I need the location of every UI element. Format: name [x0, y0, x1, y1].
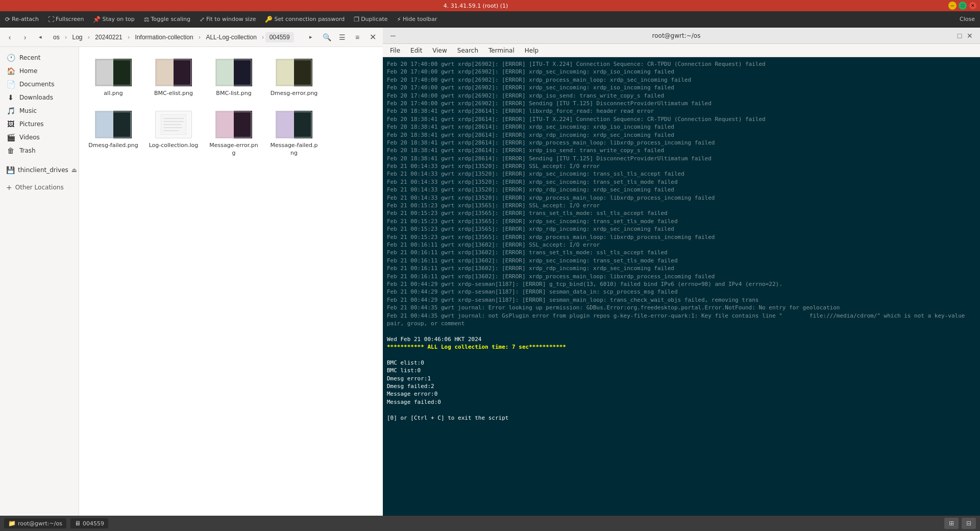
title-bar-left: 4. 31.41.59.1 (root) (1)	[3, 3, 948, 9]
terminal-window-title: root@gwrt:~/os	[398, 32, 954, 39]
setpassword-button[interactable]: 🔑 Set connection password	[263, 15, 347, 24]
maximize-button[interactable]: □	[959, 2, 967, 10]
breadcrumb-current[interactable]: 004559	[265, 32, 294, 42]
terminal-menu-view[interactable]: View	[428, 46, 451, 55]
filemanager-status-label: root@gwrt:~/os	[18, 520, 62, 527]
breadcrumb-sep-3: ›	[128, 34, 130, 41]
file-item-dmesg-error-png[interactable]: Dmesg-error.png	[266, 53, 322, 101]
breadcrumb-date[interactable]: 20240221	[91, 32, 126, 42]
sidebar-label-videos: Videos	[19, 134, 40, 141]
stayontop-button[interactable]: 📌 Stay on top	[91, 15, 136, 24]
stayontop-icon: 📌	[93, 16, 101, 23]
hidetoolbar-icon: ⚡	[397, 16, 401, 23]
svg-rect-4	[174, 59, 192, 86]
fm-close-button[interactable]: ✕	[365, 30, 380, 44]
pictures-icon: 🖼	[6, 120, 15, 128]
minimize-button[interactable]: ─	[948, 2, 957, 10]
remote-toolbar: ⟳ Re-attach ⛶ Fullscreen 📌 Stay on top ⚖…	[0, 11, 980, 28]
file-grid: all.png BMC-elist.png	[79, 47, 383, 531]
status-filemanager[interactable]: 📁 root@gwrt:~/os	[4, 518, 66, 528]
sidebar-label-trash: Trash	[19, 147, 36, 154]
togglescaling-icon: ⚖	[144, 16, 150, 23]
search-button[interactable]: 🔍	[320, 30, 334, 44]
breadcrumb-info[interactable]: Information-collection	[131, 32, 198, 42]
breadcrumb-os[interactable]: os	[49, 32, 64, 42]
togglescaling-button[interactable]: ⚖ Toggle scaling	[142, 15, 192, 24]
file-item-message-failed-png[interactable]: Message-failed.png	[266, 105, 322, 161]
sidebar-item-documents[interactable]: 📄 Documents	[0, 78, 79, 91]
breadcrumb-sep-5: ›	[262, 34, 264, 41]
status-btn-1[interactable]: ⊞	[944, 518, 959, 529]
sidebar-item-recent[interactable]: 🕐 Recent	[0, 51, 79, 64]
reattach-button[interactable]: ⟳ Re-attach	[3, 15, 41, 24]
sidebar-item-videos[interactable]: 🎬 Videos	[0, 131, 79, 144]
terminal-menubar: File Edit View Search Terminal Help	[383, 44, 980, 57]
sidebar-item-music[interactable]: 🎵 Music	[0, 104, 79, 117]
setpassword-label: Set connection password	[274, 16, 345, 22]
hidetoolbar-label: Hide toolbar	[403, 16, 437, 22]
sidebar-label-pictures: Pictures	[19, 120, 44, 128]
fm-right-buttons: 🔍 ☰ ≡ ✕	[320, 30, 380, 44]
breadcrumb-alllog[interactable]: ALL-Log-collection	[202, 32, 260, 42]
file-item-all-png[interactable]: all.png	[85, 53, 141, 101]
breadcrumb-log[interactable]: Log	[68, 32, 87, 42]
home-icon: 🏠	[6, 67, 15, 75]
sidebar-item-downloads[interactable]: ⬇ Downloads	[0, 91, 79, 104]
breadcrumb-scroll-left[interactable]: ◂	[34, 31, 47, 44]
file-item-message-error-png[interactable]: Message-error.png	[206, 105, 262, 161]
sidebar-item-drives[interactable]: 💾 thinclient_drives ⏏	[0, 163, 79, 177]
toolbar-close-button[interactable]: Close	[958, 15, 977, 23]
sidebar-item-home[interactable]: 🏠 Home	[0, 64, 79, 78]
sidebar-item-pictures[interactable]: 🖼 Pictures	[0, 117, 79, 131]
documents-icon: 📄	[6, 80, 15, 88]
fitwindow-button[interactable]: ⤢ Fit to window size	[198, 15, 258, 24]
terminal-output[interactable]: Feb 20 17:40:00 gwrt xrdp[26902]: [ERROR…	[383, 57, 980, 520]
eject-icon[interactable]: ⏏	[71, 166, 77, 174]
terminal-menu-file[interactable]: File	[386, 46, 404, 55]
terminal-minimize-button[interactable]: ─	[388, 31, 398, 41]
svg-rect-22	[234, 111, 252, 138]
fitwindow-label: Fit to window size	[206, 16, 256, 22]
sidebar-label-music: Music	[19, 107, 37, 114]
sidebar-item-other-locations[interactable]: + Other Locations	[0, 181, 79, 194]
fullscreen-icon: ⛶	[48, 16, 54, 23]
file-icon-message-failed	[274, 109, 314, 140]
terminal-title-bar: ─ root@gwrt:~/os □ ✕	[383, 28, 980, 44]
filename-log-collection: Log-collection.log	[149, 142, 199, 149]
close-button[interactable]: ✕	[969, 2, 977, 10]
fm-toolbar: ‹ › ◂ os › Log › 20240221 › Information-…	[0, 28, 383, 47]
fm-forward-button[interactable]: ›	[18, 31, 32, 44]
fm-body: 🕐 Recent 🏠 Home 📄 Documents ⬇ Downloads …	[0, 47, 383, 531]
file-item-dmesg-failed-png[interactable]: Dmesg-failed.png	[85, 105, 141, 161]
add-icon: +	[6, 183, 12, 191]
filename-bmc-elist-png: BMC-elist.png	[154, 90, 193, 97]
terminal-menu-help[interactable]: Help	[521, 46, 543, 55]
terminal-maximize-button[interactable]: □	[954, 31, 965, 41]
terminal-close-button[interactable]: ✕	[965, 31, 975, 41]
fitwindow-icon: ⤢	[200, 16, 205, 23]
thumbnail-bmc-list	[215, 59, 252, 86]
sort-button[interactable]: ≡	[350, 30, 364, 44]
status-btn-2[interactable]: ⊟	[962, 518, 976, 529]
breadcrumb-scroll-right[interactable]: ▸	[304, 31, 317, 44]
hidetoolbar-button[interactable]: ⚡ Hide toolbar	[395, 15, 439, 24]
filename-message-failed-png: Message-failed.png	[268, 142, 320, 157]
fm-back-button[interactable]: ‹	[3, 31, 16, 44]
file-item-bmc-list-png[interactable]: BMC-list.png	[206, 53, 262, 101]
thumbnail-dmesg-failed	[95, 111, 132, 138]
file-manager-panel: ‹ › ◂ os › Log › 20240221 › Information-…	[0, 28, 383, 531]
thumbnail-bmc-elist	[155, 59, 192, 86]
file-item-bmc-elist-png[interactable]: BMC-elist.png	[145, 53, 202, 101]
duplicate-button[interactable]: ❐ Duplicate	[352, 15, 389, 24]
fullscreen-button[interactable]: ⛶ Fullscreen	[46, 15, 86, 24]
status-terminal[interactable]: 🖥 004559	[70, 518, 108, 528]
terminal-menu-terminal[interactable]: Terminal	[484, 46, 519, 55]
terminal-menu-search[interactable]: Search	[453, 46, 482, 55]
file-item-log-collection[interactable]: Log-collection.log	[145, 105, 202, 161]
view-options-button[interactable]: ☰	[335, 30, 349, 44]
setpassword-icon: 🔑	[265, 16, 273, 23]
breadcrumb: os › Log › 20240221 › Information-collec…	[49, 32, 302, 42]
duplicate-label: Duplicate	[361, 16, 387, 22]
terminal-menu-edit[interactable]: Edit	[406, 46, 426, 55]
sidebar-item-trash[interactable]: 🗑 Trash	[0, 144, 79, 157]
